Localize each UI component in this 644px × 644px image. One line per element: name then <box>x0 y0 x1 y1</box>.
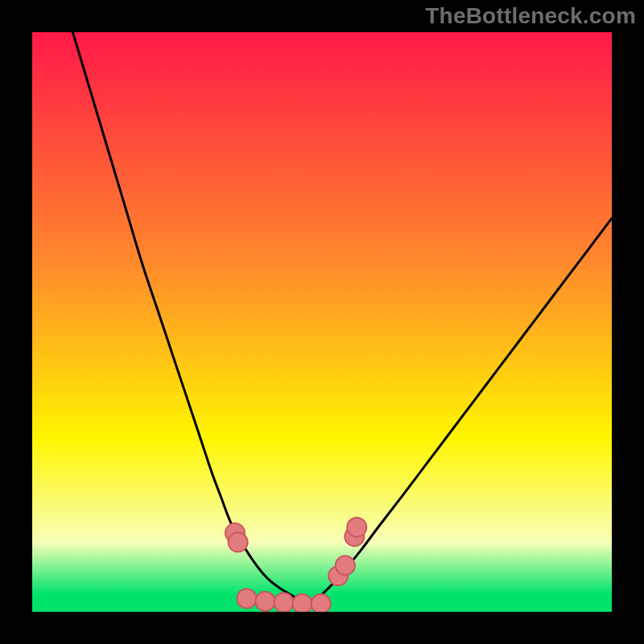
data-marker <box>312 594 331 612</box>
gradient-background <box>32 32 612 612</box>
data-marker <box>237 588 256 608</box>
data-marker <box>255 592 275 611</box>
data-marker <box>274 592 293 612</box>
data-marker <box>347 518 366 537</box>
data-marker <box>229 533 248 552</box>
watermark-text: TheBottleneck.com <box>425 3 636 29</box>
data-marker <box>293 594 312 612</box>
data-marker <box>336 555 355 575</box>
bottleneck-chart <box>32 32 612 612</box>
